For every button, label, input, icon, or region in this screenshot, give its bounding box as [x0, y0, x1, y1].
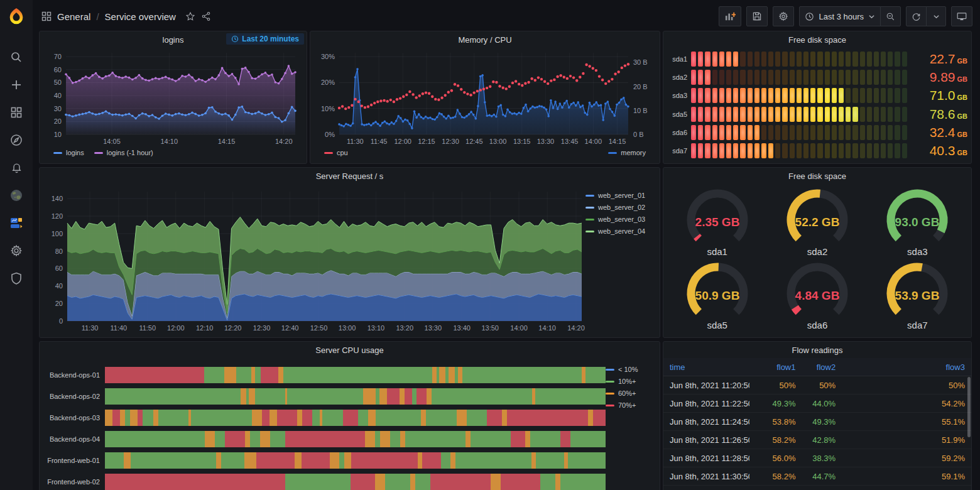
legend-item[interactable]: logins [53, 149, 84, 156]
panel-title[interactable]: Free disk space [663, 168, 971, 184]
create-icon[interactable] [5, 75, 28, 94]
explore-icon[interactable] [5, 131, 28, 150]
disk-bar-row: sda740.3GB [665, 143, 969, 158]
breadcrumb-page[interactable]: Service overview [105, 11, 176, 22]
server-admin-shield-icon[interactable] [5, 269, 28, 288]
panel-title[interactable]: Server CPU usage [40, 342, 660, 358]
grafana-logo[interactable] [0, 0, 33, 33]
disk-bar-row: sda632.4GB [665, 125, 969, 140]
column-header-time[interactable]: time [663, 362, 749, 372]
legend-item[interactable]: web_server_02 [585, 204, 655, 211]
gauge: 2.35 GBsda1 [680, 187, 754, 257]
breadcrumb-section[interactable]: General [57, 11, 90, 22]
svg-text:30%: 30% [321, 53, 335, 60]
legend-item-memory[interactable]: memory [608, 149, 646, 156]
panel-title[interactable]: Memory / CPU [310, 31, 660, 48]
svg-text:12:15: 12:15 [418, 138, 435, 145]
panel-title[interactable]: Server Request / s [40, 168, 660, 184]
server-name: Backend-ops-04 [45, 435, 100, 443]
legend-item[interactable]: web_server_04 [585, 227, 655, 235]
disk-name: sda1 [665, 55, 687, 63]
disk-value: 22.7GB [911, 52, 969, 67]
star-icon[interactable] [185, 11, 195, 21]
apps-grid-icon[interactable] [41, 11, 52, 21]
svg-text:10 B: 10 B [633, 107, 648, 114]
disk-value: 32.4GB [911, 125, 969, 140]
save-dashboard-button[interactable] [746, 6, 768, 26]
column-header-flow1[interactable]: flow1 [749, 362, 802, 372]
time-picker-button[interactable]: Last 3 hours [799, 6, 881, 26]
search-icon[interactable] [5, 48, 28, 67]
table-row: Jun 8th, 2021 11:28:5056.0%38.3%59.2% [663, 449, 971, 467]
table-row: Jun 8th, 2021 11:26:5058.2%42.8%51.9% [663, 431, 971, 449]
dashboards-icon[interactable] [5, 103, 28, 122]
disk-value: 9.89GB [911, 70, 969, 85]
svg-text:20 B: 20 B [633, 83, 648, 90]
svg-text:14:00: 14:00 [585, 138, 602, 145]
time-override-badge[interactable]: Last 20 minutes [226, 33, 304, 45]
panel-title[interactable]: logins Last 20 minutes [40, 31, 307, 48]
svg-text:30: 30 [54, 105, 62, 112]
svg-text:100: 100 [52, 230, 63, 237]
legend-item[interactable]: 60%+ [606, 389, 655, 397]
world-app-icon[interactable] [5, 186, 28, 205]
svg-text:12:00: 12:00 [394, 138, 411, 145]
disk-name: sda3 [665, 92, 687, 99]
svg-text:13:30: 13:30 [537, 138, 555, 145]
column-header-flow2[interactable]: flow2 [802, 362, 842, 372]
status-row: Backend-ops-02 [45, 388, 606, 405]
svg-text:13:10: 13:10 [368, 324, 385, 332]
svg-text:10%: 10% [321, 105, 335, 112]
svg-text:60: 60 [54, 66, 62, 74]
add-panel-button[interactable] [719, 6, 741, 26]
share-icon[interactable] [201, 11, 211, 21]
flow-app-icon[interactable] [5, 214, 28, 232]
refresh-button[interactable] [906, 6, 927, 26]
gauge-label: sda7 [907, 320, 928, 330]
table-scrollbar[interactable] [967, 377, 971, 437]
svg-text:70: 70 [54, 53, 62, 60]
panel-title[interactable]: Flow readings [663, 342, 971, 358]
server-name: Backend-ops-03 [45, 414, 100, 422]
clock-icon [805, 12, 814, 21]
refresh-interval-dropdown[interactable] [926, 6, 946, 26]
status-row: Frontend-web-01 [45, 452, 606, 469]
configuration-gear-icon[interactable] [5, 241, 28, 260]
zoom-out-button[interactable] [880, 6, 901, 26]
legend-item[interactable]: web_server_01 [585, 192, 655, 199]
svg-text:120: 120 [52, 212, 63, 220]
svg-text:14:10: 14:10 [538, 324, 556, 332]
clock-icon [231, 35, 239, 43]
refresh-controls [906, 6, 946, 26]
svg-text:12:50: 12:50 [310, 324, 328, 332]
time-controls: Last 3 hours [799, 6, 901, 26]
svg-text:0%: 0% [325, 131, 335, 138]
svg-text:80: 80 [55, 248, 63, 255]
cpu-usage-rows: Backend-ops-01Backend-ops-02Backend-ops-… [45, 358, 606, 490]
column-header-flow3[interactable]: flow3 [842, 362, 971, 372]
legend-item[interactable]: web_server_03 [585, 215, 655, 223]
dashboard-settings-button[interactable] [773, 6, 794, 26]
status-row: Backend-ops-04 [45, 431, 606, 447]
svg-text:30 B: 30 B [633, 58, 648, 66]
svg-text:20%: 20% [321, 79, 335, 86]
panel-free-disk-bars: Free disk space sda122.7GBsda29.89GBsda3… [663, 31, 972, 164]
svg-text:11:30: 11:30 [347, 138, 364, 145]
panel-title[interactable]: Free disk space [663, 31, 971, 48]
svg-text:50.9 GB: 50.9 GB [695, 289, 739, 302]
server-name: Backend-ops-01 [45, 371, 100, 379]
svg-text:13:45: 13:45 [561, 138, 579, 145]
svg-text:13:30: 13:30 [425, 324, 442, 332]
panel-server-requests: Server Request / s 02040608010012014011:… [39, 167, 660, 338]
legend-item-cpu[interactable]: cpu [324, 149, 348, 156]
cpu-usage-legend: < 10%10%+60%+70%+ [606, 358, 655, 490]
alerting-bell-icon[interactable] [5, 158, 28, 177]
legend-item[interactable]: < 10% [606, 366, 655, 373]
svg-text:0 B: 0 B [633, 131, 644, 138]
legend-item[interactable]: 70%+ [606, 401, 655, 409]
svg-text:13:20: 13:20 [396, 324, 413, 332]
legend-item[interactable]: 10%+ [606, 378, 655, 385]
legend-item[interactable]: logins (-1 hour) [94, 149, 153, 156]
tv-mode-button[interactable] [951, 6, 972, 26]
svg-text:52.2 GB: 52.2 GB [795, 215, 840, 229]
